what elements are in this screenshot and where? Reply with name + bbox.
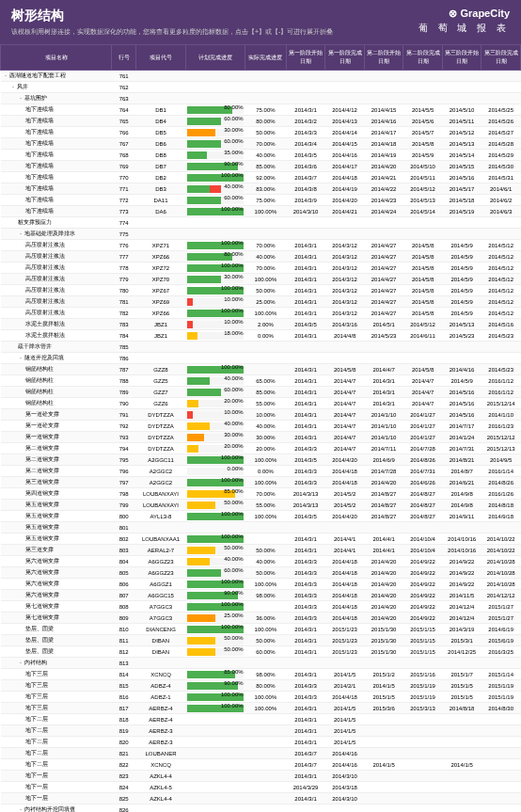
cell-s1: 2014/3/1 bbox=[286, 669, 325, 680]
cell-code: A6GGZ1 bbox=[136, 579, 185, 590]
cell-name: 第六道钢支撑 bbox=[1, 567, 112, 579]
cell-code bbox=[136, 353, 185, 364]
cell-e1 bbox=[325, 229, 365, 240]
cell-name: 高压喷射注浆法 bbox=[1, 296, 112, 308]
cell-seq: 818 bbox=[112, 714, 136, 725]
cell-code: XPZ69 bbox=[136, 296, 185, 308]
cell-plan: 100.00% bbox=[185, 364, 245, 375]
row-name: 高压喷射注浆法 bbox=[25, 242, 65, 247]
tree-toggle-icon[interactable]: - bbox=[18, 806, 24, 812]
cell-name: 地下二层 bbox=[1, 737, 112, 748]
tree-toggle-icon[interactable]: - bbox=[18, 95, 24, 102]
cell-name: 第三道支撑 bbox=[1, 545, 112, 556]
cell-s2: 2014/4/27 bbox=[364, 251, 403, 263]
cell-e3: 2016/1/12 bbox=[482, 375, 521, 387]
cell-seq: 770 bbox=[112, 172, 136, 183]
cell-e1: 2014/4/7 bbox=[325, 409, 365, 421]
cell-e2: 2014/9/22 bbox=[403, 579, 443, 590]
cell-s2: 2014/1/5 bbox=[364, 759, 403, 771]
cell-s1 bbox=[286, 217, 325, 229]
cell-name: 地下连续墙 bbox=[1, 183, 112, 195]
row-name: 地下一层 bbox=[25, 772, 48, 778]
cell-e1 bbox=[325, 804, 365, 813]
cell-name: 高压喷射注浆法 bbox=[1, 251, 112, 263]
row-name: 西湖隧道地下配套工程 bbox=[9, 72, 66, 78]
cell-s2 bbox=[364, 658, 403, 669]
cell-e3: 2014/5/29 bbox=[482, 150, 521, 161]
cell-e1: 2014/3/12 bbox=[325, 274, 365, 285]
cell-seq: 776 bbox=[112, 240, 136, 251]
cell-s1: 2014/3/3 bbox=[286, 590, 325, 601]
cell-e1: 2014/2/1 bbox=[325, 680, 365, 692]
cell-s3: 2014/10/16 bbox=[442, 545, 482, 556]
cell-plan: 90.00% bbox=[185, 161, 245, 172]
cell-e2: 2014/9/22 bbox=[403, 556, 443, 567]
cell-name: 第五道钢支撑 bbox=[1, 511, 112, 522]
cell-s1: 2014/3/1 bbox=[286, 274, 325, 285]
cell-plan: 50.00% bbox=[185, 635, 245, 646]
cell-code: LOUBANXAYI bbox=[136, 500, 185, 511]
cell-seq: 819 bbox=[112, 725, 136, 737]
cell-e2 bbox=[403, 93, 443, 104]
cell-e3 bbox=[482, 71, 521, 82]
row-name: 高压喷射注浆法 bbox=[25, 287, 65, 293]
cell-act bbox=[245, 522, 287, 533]
table-row: 水泥土搅拌桩法 783 JBZ1 10.00% 2.00% 2014/3/5 2… bbox=[1, 319, 521, 330]
tree-toggle-icon[interactable]: - bbox=[18, 355, 24, 361]
col-s2: 第二阶段开始日期 bbox=[364, 45, 403, 71]
cell-s3: 2014/9/22 bbox=[442, 579, 482, 590]
col-seq: 行号 bbox=[112, 45, 136, 71]
tree-toggle-icon[interactable]: - bbox=[18, 231, 24, 237]
cell-e3: 2014/5/12 bbox=[482, 263, 521, 274]
cell-plan: 30.00% bbox=[185, 432, 245, 443]
cell-seq: 767 bbox=[112, 138, 136, 150]
cell-e2 bbox=[403, 771, 443, 782]
cell-s3: 2014/5/16 bbox=[442, 398, 482, 409]
table-row: -地基础处理及降排水 775 bbox=[1, 229, 521, 240]
col-s1: 第一阶段开始日期 bbox=[286, 45, 325, 71]
cell-name: -基坑围护 bbox=[1, 93, 112, 104]
col-e2: 第二阶段完成日期 bbox=[403, 45, 443, 71]
cell-s1: 2014/3/1 bbox=[286, 737, 325, 748]
cell-e1: 2014/3/10 bbox=[325, 793, 365, 804]
table-row: 地下二层 822 XCNCQ 2014/3/7 2014/4/16 2014/1… bbox=[1, 759, 521, 771]
tree-toggle-icon[interactable]: - bbox=[18, 660, 24, 666]
cell-act: 50.00% bbox=[245, 545, 287, 556]
cell-code: DYDTZZA bbox=[136, 409, 185, 421]
tree-toggle-icon[interactable]: - bbox=[3, 72, 9, 79]
cell-code: DB2 bbox=[136, 172, 185, 183]
cell-seq: 762 bbox=[112, 82, 136, 93]
cell-act: 40.00% bbox=[245, 150, 287, 161]
cell-e1: 2014/4/7 bbox=[325, 387, 365, 398]
cell-seq: 803 bbox=[112, 545, 136, 556]
cell-s1: 2014/3/5 bbox=[286, 454, 325, 466]
cell-act: 80.00% bbox=[245, 680, 287, 692]
cell-s2: 2014/8/27 bbox=[364, 511, 403, 522]
cell-e3: 2014/5/12 bbox=[482, 296, 521, 308]
row-name: 风井 bbox=[17, 84, 28, 89]
cell-s1: 2014/3/1 bbox=[286, 635, 325, 646]
page-subtitle: 该模板利用树形连接，实现数据深化的功能，您将查看更多粒度的指标数据，点击【+】或… bbox=[11, 27, 333, 37]
cell-name: 第五道钢支撑 bbox=[1, 500, 112, 511]
cell-e3: 2014/9/18 bbox=[482, 511, 521, 522]
cell-name: 水泥土搅拌桩法 bbox=[1, 319, 112, 330]
cell-e2: 2014/4/7 bbox=[403, 375, 443, 387]
cell-e2: 2014/5/13 bbox=[403, 195, 443, 206]
tree-toggle-icon[interactable]: - bbox=[10, 84, 17, 90]
table-row: 地下一层 824 AZKL4-5 2014/3/29 2014/3/18 bbox=[1, 782, 521, 793]
cell-e1: 2014/4/8 bbox=[325, 330, 365, 342]
cell-act: 65.00% bbox=[245, 375, 287, 387]
cell-s3: 2014/5/9 bbox=[442, 274, 482, 285]
cell-s1: 2014/3/7 bbox=[286, 172, 325, 183]
cell-s3: 2014/9/8 bbox=[442, 500, 482, 511]
cell-e2: 2014/9/22 bbox=[403, 601, 443, 613]
cell-s1: 2014/3/1 bbox=[286, 296, 325, 308]
cell-name: 地下二层 bbox=[1, 725, 112, 737]
table-row: 第三道钢支撑 797 A2GGC2 100.00% 100.00% 2014/3… bbox=[1, 477, 521, 488]
cell-s1: 2014/3/1 bbox=[286, 263, 325, 274]
cell-s3 bbox=[442, 82, 482, 93]
cell-name: 高压喷射注浆法 bbox=[1, 308, 112, 319]
cell-act bbox=[245, 714, 287, 725]
cell-seq: 785 bbox=[112, 342, 136, 353]
cell-name: 地下一层 bbox=[1, 771, 112, 782]
